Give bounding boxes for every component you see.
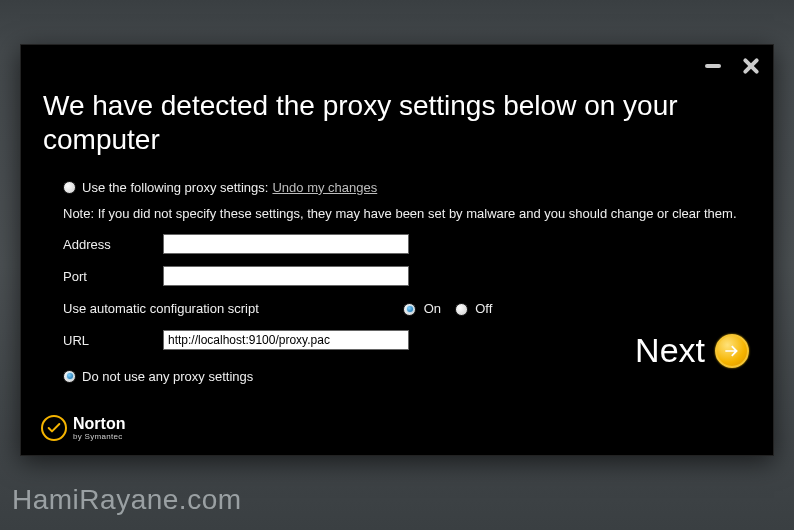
auto-config-row: Use automatic configuration script On Of… (63, 295, 745, 321)
norton-text: Norton by Symantec (73, 416, 125, 441)
port-row: Port (63, 263, 745, 289)
close-icon[interactable] (741, 57, 759, 75)
option-no-proxy-label[interactable]: Do not use any proxy settings (82, 369, 253, 384)
auto-config-off-radio[interactable] (455, 303, 468, 316)
next-button[interactable]: Next (635, 331, 749, 370)
arrow-right-icon (715, 334, 749, 368)
next-button-label: Next (635, 331, 705, 370)
url-input[interactable] (163, 330, 409, 350)
address-row: Address (63, 231, 745, 257)
address-input[interactable] (163, 234, 409, 254)
auto-config-toggle: On Off (403, 301, 502, 316)
port-label: Port (63, 269, 163, 284)
port-input[interactable] (163, 266, 409, 286)
option-no-proxy-radio[interactable] (63, 370, 76, 383)
norton-logo: Norton by Symantec (41, 415, 125, 441)
undo-changes-link[interactable]: Undo my changes (272, 180, 377, 195)
option-use-proxy-row: Use the following proxy settings: Undo m… (63, 174, 745, 200)
url-label: URL (63, 333, 163, 348)
minimize-icon[interactable] (705, 64, 721, 68)
watermark-text: HamiRayane.com (12, 484, 242, 516)
proxy-settings-dialog: We have detected the proxy settings belo… (20, 44, 774, 456)
option-use-proxy-label[interactable]: Use the following proxy settings: (82, 180, 268, 195)
address-label: Address (63, 237, 163, 252)
window-controls (705, 57, 759, 75)
option-use-proxy-radio[interactable] (63, 181, 76, 194)
dialog-heading: We have detected the proxy settings belo… (21, 45, 773, 172)
auto-config-off-label[interactable]: Off (475, 301, 492, 316)
brand-byline: by Symantec (73, 432, 125, 441)
auto-config-on-label[interactable]: On (424, 301, 441, 316)
auto-config-on-radio[interactable] (403, 303, 416, 316)
malware-note: Note: If you did not specify these setti… (63, 206, 745, 221)
auto-config-label: Use automatic configuration script (63, 301, 403, 316)
checkmark-icon (41, 415, 67, 441)
brand-name: Norton (73, 416, 125, 432)
